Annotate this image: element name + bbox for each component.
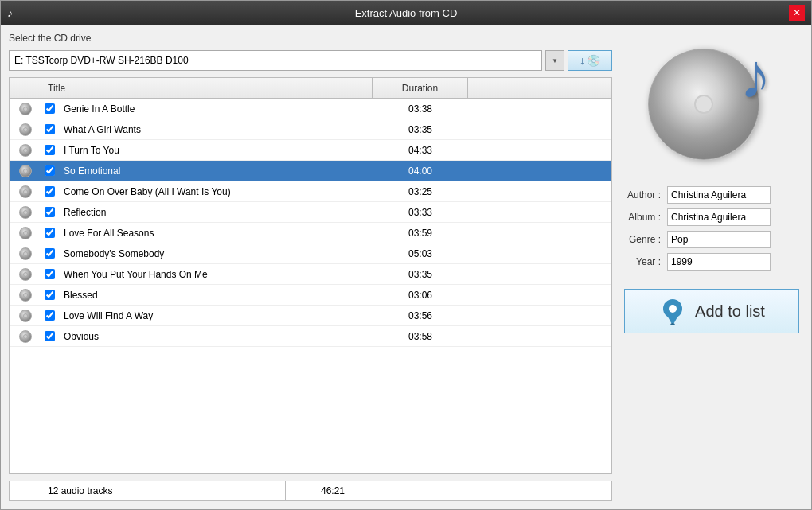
- track-row[interactable]: Somebody's Somebody 05:03: [10, 243, 611, 264]
- track-duration: 03:25: [373, 186, 468, 197]
- status-duration: 46:21: [286, 481, 381, 500]
- album-label: Album :: [620, 206, 664, 228]
- track-checkbox[interactable]: [45, 103, 55, 114]
- track-row[interactable]: Come On Over Baby (All I Want Is You) 03…: [10, 181, 611, 202]
- genre-row: Genre :: [620, 228, 803, 251]
- track-row[interactable]: What A Girl Wants 03:35: [10, 119, 611, 140]
- track-row[interactable]: Blessed 03:06: [10, 285, 611, 306]
- track-checkbox[interactable]: [45, 124, 55, 134]
- track-cd-icon: [19, 227, 32, 239]
- track-row[interactable]: Love Will Find A Way 03:56: [10, 306, 611, 326]
- track-duration: 03:38: [373, 103, 468, 115]
- music-icon: ♪: [7, 6, 13, 19]
- track-checkbox[interactable]: [45, 248, 55, 259]
- track-cd-icon: [19, 123, 32, 136]
- track-row[interactable]: Love For All Seasons 03:59: [10, 223, 611, 243]
- drive-row: E: TSSTcorp DVD+-RW SH-216BB D100 ▼ ↓ 💿: [9, 50, 612, 71]
- track-cd-icon: [19, 289, 32, 302]
- drive-value: E: TSSTcorp DVD+-RW SH-216BB D100: [9, 50, 542, 71]
- track-icon-cell: [10, 289, 41, 302]
- track-title: When You Put Your Hands On Me: [57, 269, 373, 280]
- track-row[interactable]: When You Put Your Hands On Me 03:35: [10, 264, 611, 285]
- track-checkbox[interactable]: [45, 310, 55, 321]
- album-input[interactable]: [667, 208, 771, 226]
- header-extra: [468, 78, 611, 98]
- status-track-count: 12 audio tracks: [41, 481, 286, 500]
- track-checkbox-cell[interactable]: [41, 248, 57, 259]
- track-icon-cell: [10, 185, 41, 198]
- track-checkbox[interactable]: [45, 331, 55, 341]
- track-icon-cell: [10, 247, 41, 260]
- track-checkbox[interactable]: [45, 186, 55, 197]
- drive-action-button[interactable]: ↓ 💿: [568, 50, 612, 71]
- year-row: Year :: [620, 251, 803, 273]
- track-duration: 03:06: [373, 290, 468, 301]
- track-title: Reflection: [57, 207, 373, 218]
- track-checkbox-cell[interactable]: [41, 103, 57, 114]
- track-checkbox-cell[interactable]: [41, 310, 57, 321]
- track-title: Blessed: [57, 290, 373, 301]
- author-row: Author :: [620, 184, 803, 206]
- track-cd-icon: [19, 268, 32, 281]
- track-duration: 03:35: [373, 269, 468, 280]
- title-bar-left: ♪: [7, 6, 13, 19]
- genre-input[interactable]: [667, 231, 771, 248]
- track-checkbox-cell[interactable]: [41, 124, 57, 134]
- track-checkbox-cell[interactable]: [41, 228, 57, 238]
- track-checkbox[interactable]: [45, 165, 55, 176]
- track-icon-cell: [10, 165, 41, 177]
- track-row[interactable]: So Emotional 04:00: [10, 161, 611, 181]
- drive-dropdown-button[interactable]: ▼: [545, 50, 564, 71]
- track-title: Somebody's Somebody: [57, 248, 373, 259]
- track-duration: 04:33: [373, 145, 468, 156]
- add-to-list-label: Add to list: [695, 302, 765, 321]
- track-icon-cell: [10, 268, 41, 281]
- track-title: Love For All Seasons: [57, 228, 373, 239]
- year-input[interactable]: [667, 253, 771, 271]
- window-title: Extract Audio from CD: [355, 7, 458, 19]
- track-table-header: Title Duration: [10, 78, 611, 99]
- track-checkbox-cell[interactable]: [41, 207, 57, 217]
- track-checkbox[interactable]: [45, 228, 55, 238]
- add-to-list-button[interactable]: Add to list: [624, 289, 799, 333]
- author-value-cell: [664, 184, 803, 206]
- track-title: I Turn To You: [57, 145, 373, 156]
- year-value-cell: [664, 251, 803, 273]
- main-window: ♪ Extract Audio from CD ✕ Select the CD …: [0, 0, 812, 510]
- track-checkbox-cell[interactable]: [41, 186, 57, 197]
- track-icon-cell: [10, 123, 41, 136]
- track-row[interactable]: Reflection 03:33: [10, 202, 611, 223]
- music-note-icon: ♪: [740, 45, 771, 108]
- track-checkbox-cell[interactable]: [41, 290, 57, 300]
- download-icon: ↓: [580, 54, 585, 67]
- main-content: Select the CD drive E: TSSTcorp DVD+-RW …: [1, 25, 811, 509]
- track-checkbox-cell[interactable]: [41, 331, 57, 341]
- track-row[interactable]: Genie In A Bottle 03:38: [10, 99, 611, 119]
- cd-artwork: ♪: [648, 41, 775, 168]
- track-duration: 03:59: [373, 228, 468, 239]
- title-bar: ♪ Extract Audio from CD ✕: [1, 1, 811, 25]
- track-checkbox[interactable]: [45, 207, 55, 217]
- track-title: So Emotional: [57, 165, 373, 177]
- track-cd-icon: [19, 330, 32, 343]
- track-duration: 03:33: [373, 207, 468, 218]
- track-cd-icon: [19, 310, 32, 322]
- author-input[interactable]: [667, 186, 771, 204]
- track-row[interactable]: Obvious 03:58: [10, 326, 611, 347]
- track-checkbox-cell[interactable]: [41, 145, 57, 155]
- track-cd-icon: [19, 206, 32, 219]
- album-row: Album :: [620, 206, 803, 228]
- track-checkbox[interactable]: [45, 145, 55, 155]
- track-checkbox[interactable]: [45, 290, 55, 300]
- status-left: [10, 481, 41, 500]
- cd-refresh-icon: 💿: [587, 54, 600, 67]
- metadata-table: Author : Album : Genre :: [620, 184, 803, 273]
- close-button[interactable]: ✕: [789, 5, 805, 21]
- track-cd-icon: [19, 144, 32, 157]
- track-row[interactable]: I Turn To You 04:33: [10, 140, 611, 161]
- track-title: Obvious: [57, 331, 373, 342]
- track-checkbox-cell[interactable]: [41, 269, 57, 279]
- track-title: Genie In A Bottle: [57, 103, 373, 115]
- track-checkbox[interactable]: [45, 269, 55, 279]
- track-checkbox-cell[interactable]: [41, 165, 57, 176]
